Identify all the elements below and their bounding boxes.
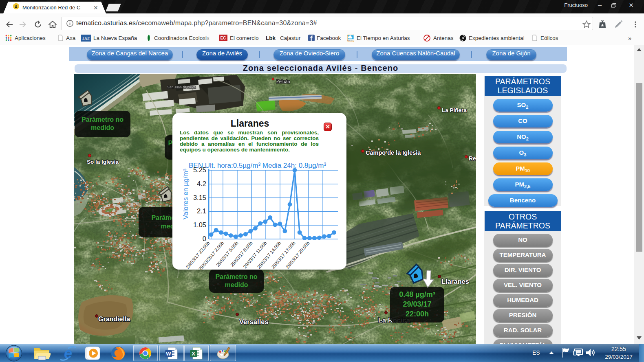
svg-text:28/03/17 23:00h: 28/03/17 23:00h [185,241,211,270]
svg-text:So la Iglesia: So la Iglesia [87,159,119,165]
svg-text:Grandiella: Grandiella [98,316,130,323]
svg-text:Valores en µg/m³: Valores en µg/m³ [182,169,189,219]
svg-text:2.1: 2.1 [197,207,206,215]
svg-text:LNE: LNE [82,37,90,41]
svg-text:San Juan de Neva: San Juan de Neva [167,85,196,89]
svg-text:Versalles: Versalles [239,318,269,325]
svg-text:Refi: Refi [469,155,476,162]
svg-text:EC: EC [221,36,226,40]
svg-text:La Piñera: La Piñera [442,107,467,113]
svg-text:tiempo: tiempo [347,39,354,42]
svg-text:1.05: 1.05 [193,221,206,228]
svg-text:5.25: 5.25 [193,166,206,173]
svg-text:3.15: 3.15 [193,194,206,201]
svg-text:Zeluán: Zeluán [276,79,290,84]
svg-text:Llaranes: Llaranes [441,278,469,285]
svg-text:4.2: 4.2 [197,180,206,187]
svg-text:Campo de la Iglesia: Campo de la Iglesia [366,149,421,156]
